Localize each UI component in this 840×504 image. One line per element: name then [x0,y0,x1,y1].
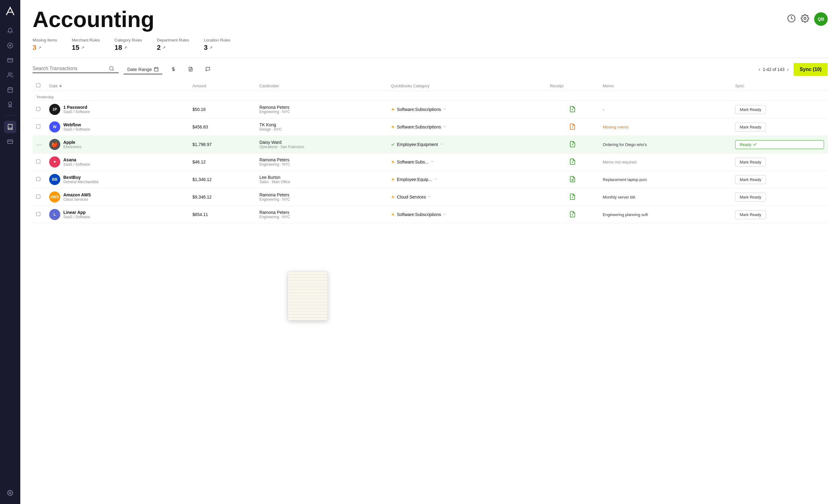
cardholder-dept: Engineering · NYC [260,197,383,202]
category-chevron[interactable] [434,177,438,182]
sidebar-item-accounting[interactable] [4,121,16,133]
category-name: Software:Subscriptions [397,107,441,112]
sidebar-item-cards[interactable] [4,136,16,148]
sidebar-item-calendar[interactable] [4,84,16,96]
mark-ready-button[interactable]: Mark Ready [735,158,766,166]
merchant-rules-expand[interactable]: ↗ [81,46,84,50]
date-cell: AWS Amazon AWS Cloud Services [46,188,189,206]
qb-category-content: Software:Subscriptions [391,107,543,112]
qb-category-cell: Software:Subs... [387,154,546,171]
amount-filter-btn[interactable] [167,65,179,74]
qb-category-content: Software:Subscriptions [391,212,543,217]
mark-ready-button[interactable]: Mark Ready [735,175,766,184]
sidebar-item-people[interactable] [4,69,16,81]
receipt-cell [546,154,599,171]
svg-point-17 [572,109,574,110]
category-chevron[interactable] [443,212,447,217]
svg-point-5 [8,102,12,105]
merchant-logo: L [49,209,60,220]
page-header: Accounting QB [20,0,840,32]
category-name: Cloud Services [397,195,426,199]
svg-point-3 [8,73,11,75]
row-checkbox[interactable] [36,160,40,163]
sidebar-divider-1 [5,115,15,116]
svg-point-1 [10,45,11,47]
merchant-cell: AWS Amazon AWS Cloud Services [49,192,185,202]
table-row: AWS Amazon AWS Cloud Services $9,346.12 … [33,188,828,206]
sidebar-item-notifications[interactable] [4,24,16,37]
sidebar-item-settings[interactable] [4,487,16,499]
lightning-icon [391,177,395,182]
memo-text: Engineering planning soft [602,212,648,217]
col-qb-category: QuickBooks Category [387,81,546,91]
receipt-green-icon[interactable] [569,158,576,165]
sync-cell: Mark Ready [732,171,828,188]
svg-point-7 [10,492,11,494]
toolbar: Date Range ‹ [20,58,840,81]
dollar-icon [171,67,176,72]
memo-cell: - [599,101,732,118]
sync-button[interactable]: Sync (10) [793,63,828,76]
select-all-checkbox[interactable] [36,83,40,87]
merchant-cell: L Linear App SaaS / Software [49,209,185,220]
receipt-green-icon[interactable] [569,141,576,147]
merchant-name: Asana [63,157,90,162]
receipt-green-icon[interactable] [569,211,576,218]
sidebar-item-bills[interactable] [4,54,16,66]
receipt-green-icon[interactable] [569,106,576,112]
category-chevron[interactable] [428,195,431,199]
memo-filter-btn[interactable] [202,65,214,74]
department-rules-expand[interactable]: ↗ [162,46,165,50]
lightning-icon [391,195,395,199]
amount-cell: $1,346.12 [189,171,256,188]
receipt-orange-icon[interactable] [569,123,576,130]
missing-items-expand[interactable]: ↗ [38,46,41,50]
category-chevron[interactable] [440,142,443,147]
receipt-green-icon[interactable] [569,193,576,200]
row-checkbox[interactable] [36,195,40,199]
cardholder-name: Ramona Peters [260,192,383,197]
sidebar-item-rewards[interactable] [4,98,16,111]
amount-cell: $456.83 [189,118,256,136]
next-page-btn[interactable]: › [787,67,789,72]
category-chevron[interactable] [431,160,434,164]
col-cardholder: Cardholder [256,81,387,91]
receipt-cell [546,118,599,136]
receipt-doc-icon[interactable] [569,176,576,182]
transactions-table: Date Amount Cardholder QuickBooks Catego… [33,81,828,223]
category-chevron[interactable] [443,107,447,112]
row-checkbox[interactable] [36,212,40,216]
row-checkbox[interactable] [36,177,40,181]
app-logo [4,5,16,17]
search-input[interactable] [33,66,106,71]
date-range-btn[interactable]: Date Range [124,65,162,74]
lightning-icon [391,160,395,164]
cardholder-name: Daisy Ward [260,140,383,145]
prev-page-btn[interactable]: ‹ [758,67,760,72]
cardholder-dept: Engineering · NYC [260,162,383,166]
mark-ready-button[interactable]: Mark Ready [735,123,766,131]
table-row: L Linear App SaaS / Software $654.11 Ram… [33,206,828,223]
history-icon[interactable] [787,14,796,24]
category-chevron[interactable] [443,125,447,129]
row-checkbox[interactable] [36,124,40,128]
svg-marker-22 [391,160,395,164]
mark-ready-button[interactable]: Mark Ready [735,105,766,114]
sidebar [0,0,20,504]
settings-icon[interactable] [801,14,809,24]
amount-cell: $9,346.12 [189,188,256,206]
mark-ready-button[interactable]: Mark Ready [735,210,766,219]
receipt-popup [288,271,328,321]
sync-cell: Ready [732,136,828,154]
category-name: Employee:Equipment [397,142,438,147]
receipt-filter-btn[interactable] [185,65,197,74]
merchant-name: BestBuy [63,175,99,180]
sidebar-item-dashboard[interactable] [4,39,16,52]
category-rules-expand[interactable]: ↗ [124,46,127,50]
row-checkbox[interactable] [36,107,40,111]
location-rules-expand[interactable]: ↗ [209,46,212,50]
mark-ready-button[interactable]: Mark Ready [735,193,766,202]
qb-avatar[interactable]: QB [814,12,828,26]
sort-icon [59,84,63,88]
date-group-label: Yesterday [33,91,828,101]
